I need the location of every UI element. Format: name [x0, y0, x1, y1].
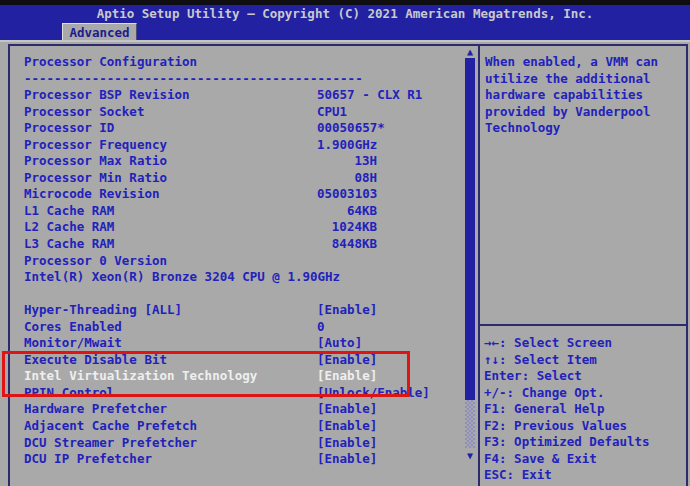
help-line: provided by Vanderpool — [485, 104, 683, 121]
setting-value: [Enable] — [317, 435, 377, 452]
row-label: Hyper-Threading [ALL] — [24, 302, 182, 317]
info-row: Processor Min Ratio08H — [24, 170, 460, 187]
info-row: Processor ID00050657* — [24, 120, 460, 137]
info-row: L1 Cache RAM64KB — [24, 203, 460, 220]
setting-row[interactable]: Hardware Prefetcher[Enable] — [24, 401, 460, 418]
setting-row[interactable]: DCU Streamer Prefetcher[Enable] — [24, 435, 460, 452]
setting-row[interactable]: DCU IP Prefetcher[Enable] — [24, 451, 460, 468]
key-legend-item: F1: General Help — [484, 401, 650, 418]
setting-row[interactable]: Adjacent Cache Prefetch[Enable] — [24, 418, 460, 435]
row-label: Processor BSP Revision — [24, 87, 190, 102]
setting-row[interactable]: Hyper-Threading [ALL][Enable] — [24, 302, 460, 319]
setting-row[interactable]: Execute Disable Bit[Enable] — [24, 352, 460, 369]
help-line: Technology — [485, 120, 683, 137]
tab-advanced[interactable]: Advanced — [62, 23, 137, 40]
info-value: 50657 - CLX R1 — [317, 87, 422, 104]
info-row: Processor Max Ratio13H — [24, 153, 460, 170]
scrollbar-track[interactable] — [465, 400, 475, 448]
setting-value: [Enable] — [317, 352, 377, 369]
info-row: Processor Frequency1.900GHz — [24, 137, 460, 154]
row-label: PPIN Control — [24, 385, 114, 400]
panel-border-left — [8, 44, 10, 486]
info-value: 08H — [317, 170, 377, 187]
setting-row[interactable]: PPIN Control[Unlock/Enable] — [24, 385, 460, 402]
scrollbar[interactable]: ▲ ▼ — [463, 46, 477, 486]
row-label: Monitor/Mwait — [24, 335, 122, 350]
info-row: L2 Cache RAM1024KB — [24, 219, 460, 236]
info-row: Microcode Revision05003103 — [24, 186, 460, 203]
row-label: DCU IP Prefetcher — [24, 451, 152, 466]
row-label: Processor Frequency — [24, 137, 167, 152]
row-label: L2 Cache RAM — [24, 219, 114, 234]
row-label: Intel(R) Xeon(R) Bronze 3204 CPU @ 1.90G… — [24, 269, 340, 284]
section-divider: ----------------------------------------… — [24, 71, 460, 88]
setting-value: [Enable] — [317, 418, 377, 435]
help-text: When enabled, a VMM canutilize the addit… — [485, 54, 683, 137]
setting-value: [Enable] — [317, 401, 377, 418]
key-legend: →←: Select Screen↑↓: Select ItemEnter: S… — [484, 335, 650, 484]
body-highlight-line — [0, 40, 690, 42]
setting-value: [Enable] — [317, 368, 377, 385]
panel-border-top — [8, 44, 688, 46]
key-legend-item: F4: Save & Exit — [484, 451, 650, 468]
row-label: Hardware Prefetcher — [24, 401, 167, 416]
menu-bar: Advanced — [0, 22, 690, 40]
help-line: hardware capabilities — [485, 87, 683, 104]
help-line: When enabled, a VMM can — [485, 54, 683, 71]
info-value: 1.900GHz — [317, 137, 377, 154]
right-panel-divider — [480, 324, 686, 326]
scroll-up-icon[interactable]: ▲ — [463, 46, 477, 58]
info-row: Processor BSP Revision50657 - CLX R1 — [24, 87, 460, 104]
setting-row[interactable]: Monitor/Mwait[Auto] — [24, 335, 460, 352]
row-label: Adjacent Cache Prefetch — [24, 418, 197, 433]
setting-row[interactable]: Cores Enabled0 — [24, 319, 460, 336]
text-row: Intel(R) Xeon(R) Bronze 3204 CPU @ 1.90G… — [24, 269, 460, 286]
row-label: Execute Disable Bit — [24, 352, 167, 367]
info-value: CPU1 — [317, 104, 347, 121]
key-legend-item: →←: Select Screen — [484, 335, 650, 352]
app-title: Aptio Setup Utility – Copyright (C) 2021… — [97, 6, 594, 21]
info-row: Processor 0 Version — [24, 253, 460, 270]
scrollbar-thumb[interactable] — [465, 58, 475, 400]
key-legend-item: +/-: Change Opt. — [484, 385, 650, 402]
info-value: 1024KB — [317, 219, 377, 236]
row-label: Processor Max Ratio — [24, 153, 167, 168]
info-row: Processor SocketCPU1 — [24, 104, 460, 121]
row-label: Processor Socket — [24, 104, 144, 119]
title-bar: Aptio Setup Utility – Copyright (C) 2021… — [0, 5, 690, 22]
row-label: Microcode Revision — [24, 186, 159, 201]
row-label: Processor 0 Version — [24, 253, 167, 268]
key-legend-item: ESC: Exit — [484, 467, 650, 484]
info-value: 64KB — [317, 203, 377, 220]
key-legend-item: F2: Previous Values — [484, 418, 650, 435]
info-value: 13H — [317, 153, 377, 170]
row-label: L3 Cache RAM — [24, 236, 114, 251]
setting-value: [Unlock/Enable] — [317, 385, 430, 402]
setting-row[interactable]: Intel Virtualization Technology[Enable] — [24, 368, 460, 385]
bios-setup-screen: Aptio Setup Utility – Copyright (C) 2021… — [0, 0, 690, 486]
scroll-down-icon[interactable]: ▼ — [463, 450, 477, 462]
setting-value: [Enable] — [317, 451, 377, 468]
info-row: L3 Cache RAM8448KB — [24, 236, 460, 253]
info-value: 00050657* — [317, 120, 385, 137]
panel-divider — [478, 44, 480, 486]
row-label: Processor Min Ratio — [24, 170, 167, 185]
row-label: L1 Cache RAM — [24, 203, 114, 218]
setting-value: [Enable] — [317, 302, 377, 319]
key-legend-item: F3: Optimized Defaults — [484, 434, 650, 451]
row-label: ----------------------------------------… — [24, 71, 363, 86]
info-value: 8448KB — [317, 236, 377, 253]
settings-rows: Processor Configuration-----------------… — [24, 54, 460, 468]
key-legend-item: ↑↓: Select Item — [484, 352, 650, 369]
row-label: Cores Enabled — [24, 319, 122, 334]
row-label: Intel Virtualization Technology — [24, 368, 257, 383]
panel-border-right — [686, 44, 688, 486]
info-value: 05003103 — [317, 186, 377, 203]
setting-value: [Auto] — [317, 335, 362, 352]
row-label: DCU Streamer Prefetcher — [24, 435, 197, 450]
section-title: Processor Configuration — [24, 54, 460, 71]
row-label: Processor Configuration — [24, 54, 197, 69]
setting-value: 0 — [317, 319, 325, 336]
help-line: utilize the additional — [485, 71, 683, 88]
key-legend-item: Enter: Select — [484, 368, 650, 385]
